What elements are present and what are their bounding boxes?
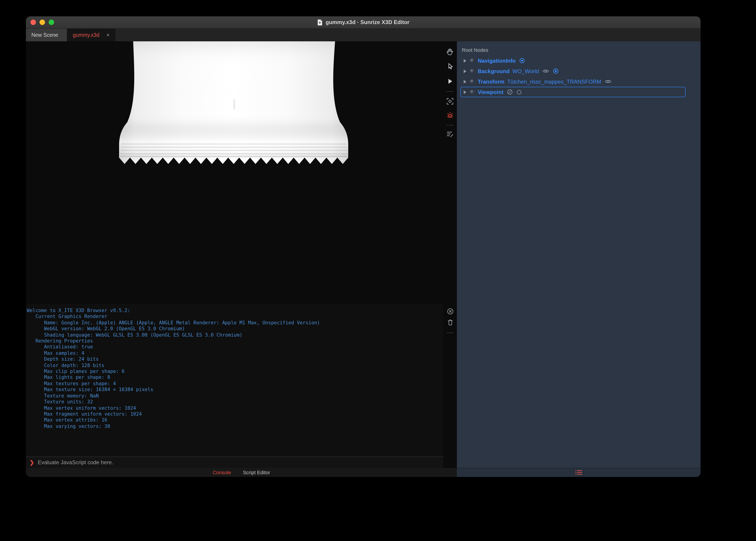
node-type: Transform [478, 78, 504, 85]
console-input[interactable]: ❯ Evaluate JavaScript code here. [26, 456, 443, 468]
console-line: Max varying vectors: 30 [27, 423, 443, 429]
tab-gummy-x3d[interactable]: gummy.x3d × [67, 29, 115, 41]
document-icon [317, 19, 323, 26]
tab-console[interactable]: Console [213, 470, 231, 475]
eye-icon[interactable] [543, 69, 549, 74]
tab-new-scene[interactable]: New Scene [26, 29, 67, 41]
console-line: Rendering Properties [27, 338, 443, 344]
snapshot-icon[interactable] [446, 97, 454, 105]
node-dot-icon[interactable] [470, 69, 474, 73]
console-line: Shading language: WebGL GLSL ES 3.00 (Op… [27, 332, 443, 338]
app-window: gummy.x3d · Sunrize X3D Editor New Scene… [26, 16, 701, 477]
console-line: Max samples: 4 [27, 350, 443, 356]
console-line: Max texture size: 16384 × 16384 pixels [27, 387, 443, 393]
tab-script-editor[interactable]: Script Editor [243, 470, 270, 475]
console-footer-tabs: Console Script Editor [26, 468, 457, 477]
console-line: Texture units: 32 [27, 399, 443, 405]
script-notes-icon[interactable] [446, 130, 454, 138]
console-line: Name: Google Inc. (Apple) ANGLE (Apple, … [27, 320, 443, 326]
target-icon[interactable] [553, 68, 559, 74]
tree-row-background[interactable]: Background WO_World [461, 66, 686, 76]
select-arrow-icon[interactable] [446, 62, 454, 70]
pan-hand-icon[interactable] [446, 48, 454, 56]
trash-icon[interactable] [446, 318, 454, 326]
eye-icon[interactable] [605, 79, 612, 84]
tab-bar: New Scene gummy.x3d × [26, 29, 701, 41]
viewport-toolbar [443, 41, 457, 468]
chevron-right-icon[interactable] [464, 69, 466, 73]
screen: gummy.x3d · Sunrize X3D Editor New Scene… [0, 0, 756, 541]
console-line: Max fragment uniform vectors: 1024 [27, 411, 443, 417]
console-line: Max vertex attribs: 16 [27, 417, 443, 423]
sunrise-light-icon[interactable] [446, 111, 454, 119]
console-line: Max vertex uniform vectors: 1024 [27, 405, 443, 411]
zoom-window-button[interactable] [49, 20, 54, 25]
chevron-right-icon[interactable] [464, 80, 466, 83]
bag-3d-object [118, 41, 350, 173]
close-tab-icon[interactable]: × [106, 32, 110, 38]
console-line: Texture memory: NaN [27, 393, 443, 399]
clear-console-icon[interactable] [446, 307, 454, 315]
viewport-column: Welcome to X_ITE X3D Browser v9.5.2: Cur… [26, 41, 443, 468]
play-icon[interactable] [446, 77, 454, 85]
chevron-right-icon[interactable] [464, 90, 466, 94]
outline-list-icon[interactable] [575, 469, 582, 477]
console-input-placeholder: Evaluate JavaScript code here. [38, 459, 113, 466]
toolbar-separator [446, 91, 454, 92]
node-name: WO_World [512, 68, 539, 74]
console-line: Antialiased: true [27, 344, 443, 350]
node-dot-icon[interactable] [470, 59, 474, 63]
node-dot-icon[interactable] [470, 90, 474, 94]
console-line: Current Graphics Renderer [27, 314, 443, 320]
tab-label: New Scene [31, 32, 58, 38]
outline-panel: Root Nodes NavigationInfo Bac [457, 41, 701, 468]
node-name: Tütchen_rissc_mappes_TRANSFORM [507, 78, 601, 85]
close-window-button[interactable] [30, 20, 36, 25]
toolbar-separator [446, 125, 454, 125]
chevron-right-icon[interactable] [464, 59, 466, 62]
main-content: Welcome to X_ITE X3D Browser v9.5.2: Cur… [26, 41, 701, 468]
console-output: Welcome to X_ITE X3D Browser v9.5.2: Cur… [26, 304, 443, 456]
node-dot-icon[interactable] [470, 80, 474, 84]
slash-circle-icon[interactable] [507, 89, 513, 95]
tree-row-viewpoint[interactable]: Viewpoint [461, 87, 686, 97]
toolbar-separator [446, 332, 454, 333]
console-line: Welcome to X_ITE X3D Browser v9.5.2: [27, 307, 443, 314]
console-line: WebGL version: WebGL 2.0 (OpenGL ES 3.0 … [27, 326, 443, 332]
traffic-lights [30, 16, 54, 28]
console-line: Max clip planes per shape: 6 [27, 368, 443, 374]
node-type: Background [478, 68, 510, 74]
window-title: gummy.x3d · Sunrize X3D Editor [326, 19, 410, 25]
target-icon[interactable] [519, 58, 525, 64]
console-line: Max lights per shape: 8 [27, 374, 443, 381]
console-line: Max textures per shape: 4 [27, 381, 443, 387]
panel-header: Root Nodes [462, 47, 701, 53]
title-bar[interactable]: gummy.x3d · Sunrize X3D Editor [26, 16, 701, 29]
node-type: NavigationInfo [478, 57, 516, 64]
panel-footer [457, 468, 701, 477]
prompt-icon: ❯ [30, 459, 34, 466]
tree-row-transform[interactable]: Transform Tütchen_rissc_mappes_TRANSFORM [461, 76, 686, 87]
node-type: Viewpoint [478, 89, 503, 95]
console-line: Color depth: 128 bits [27, 362, 443, 368]
3d-viewport[interactable] [26, 41, 443, 304]
console-line: Depth size: 24 bits [27, 356, 443, 362]
minimize-window-button[interactable] [40, 20, 45, 25]
bottom-bar: Console Script Editor [26, 468, 701, 477]
tab-label: gummy.x3d [73, 32, 99, 38]
circle-icon[interactable] [517, 89, 522, 95]
tree-row-navigationinfo[interactable]: NavigationInfo [461, 55, 686, 66]
